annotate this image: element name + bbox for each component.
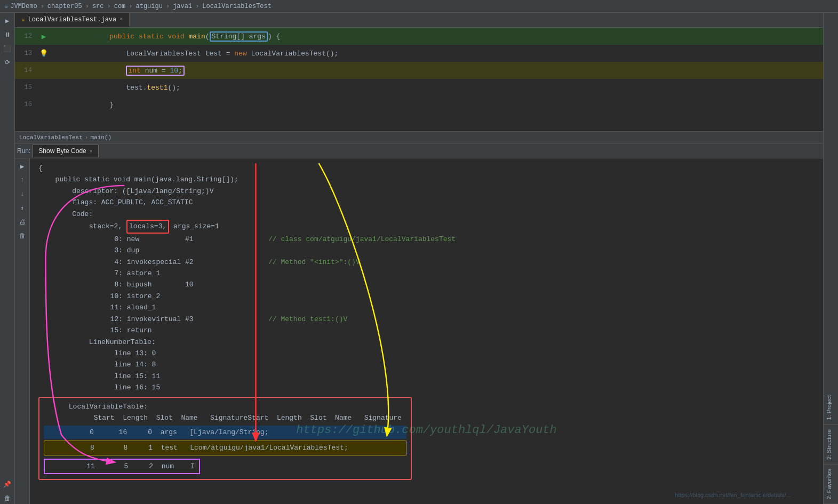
bc-stack-line: stack=2, locals=3, args_size=1 bbox=[38, 220, 815, 233]
bc-descriptor: descriptor: ([Ljava/lang/String;)V bbox=[38, 186, 815, 197]
sidebar-pin-btn[interactable]: 📌 bbox=[2, 478, 13, 490]
source-panel: 12 ▶ public static void main(String[] ar… bbox=[15, 28, 823, 132]
breadcrumb-class[interactable]: LocalVariablesTest bbox=[202, 3, 272, 10]
bc-main-sig: public static void main(java.lang.String… bbox=[38, 174, 815, 185]
run-tab-label: Show Byte Code bbox=[38, 147, 86, 155]
bc-op-4: 4: invokespecial #2 // Method "<init>":(… bbox=[38, 257, 815, 268]
tab-close-btn[interactable]: × bbox=[119, 17, 123, 22]
breadcrumb-bar: ☕ JVMDemo › chapter05 › src › com › atgu… bbox=[0, 0, 838, 13]
bc-run-btn[interactable]: ▶ bbox=[17, 161, 28, 172]
bc-lnt-16: line 16: 15 bbox=[38, 382, 815, 393]
bc-op-0: 0: new #1 // class com/atguigu/java1/Loc… bbox=[38, 234, 815, 245]
right-sidebar: 1: Project 2: Structure 2: Favorites bbox=[823, 13, 838, 504]
bc-op-3: 3: dup bbox=[38, 245, 815, 256]
bc-op-15: 15: return bbox=[38, 325, 815, 336]
bc-op-12: 12: invokevirtual #3 // Method test1:()V bbox=[38, 314, 815, 325]
sidebar-run-btn[interactable]: ▶ bbox=[2, 15, 13, 27]
breadcrumb-chapter05[interactable]: chapter05 bbox=[47, 3, 82, 10]
editor-tab-bar: ☕ LocalVariablesTest.java × bbox=[15, 13, 823, 28]
warn-icon: 💡 bbox=[39, 49, 48, 58]
lv-row-test: 8 8 1 test Lcom/atguigu/java1/LocalVaria… bbox=[44, 441, 406, 455]
bytecode-left-tools: ▶ ↑ ↓ ⬆ 🖨 🗑 bbox=[15, 158, 30, 504]
lv-row-args: 0 16 0 args [Ljava/lang/String; bbox=[44, 426, 406, 439]
bc-rerun-btn[interactable]: ⬆ bbox=[17, 202, 28, 214]
bc-lvt-headers: Start Length Slot Name SignatureStart Le… bbox=[44, 412, 406, 423]
editor-breadcrumb: LocalVariablesTest › main() bbox=[15, 132, 823, 143]
right-tab-favorites[interactable]: 2: Favorites bbox=[824, 465, 838, 504]
tab-label: LocalVariablesTest.java bbox=[28, 16, 117, 23]
watermark2: https://blog.csdn.net/fen_fen/article/de… bbox=[675, 490, 791, 500]
bc-op-8: 8: bipush 10 bbox=[38, 279, 815, 290]
bc-lnt-14: line 14: 8 bbox=[38, 359, 815, 370]
breadcrumb-jvmdemo[interactable]: JVMDemo bbox=[10, 3, 37, 10]
bc-opening-brace: { bbox=[38, 163, 815, 174]
bytecode-content: { public static void main(java.lang.Stri… bbox=[30, 158, 823, 504]
bc-lvt-label: LocalVariableTable: bbox=[44, 401, 406, 412]
content-area: ☕ LocalVariablesTest.java × 12 ▶ public … bbox=[15, 13, 823, 504]
bytecode-tab[interactable]: Show Byte Code × bbox=[33, 145, 98, 157]
run-bar: Run: Show Byte Code × bbox=[15, 143, 823, 158]
sidebar-stop-btn[interactable]: ⬛ bbox=[2, 43, 13, 54]
bc-flags: flags: ACC_PUBLIC, ACC_STATIC bbox=[38, 197, 815, 208]
left-sidebar: ▶ ⏸ ⬛ ⟳ 📌 🗑 bbox=[0, 13, 15, 504]
run-arrow-icon: ▶ bbox=[42, 32, 46, 41]
bc-delete-btn[interactable]: 🗑 bbox=[17, 230, 28, 242]
sidebar-delete-btn[interactable]: 🗑 bbox=[2, 492, 13, 504]
bc-op-10: 10: istore_2 bbox=[38, 291, 815, 302]
bc-lnt-13: line 13: 0 bbox=[38, 348, 815, 359]
editor-bc-method[interactable]: main() bbox=[90, 134, 111, 141]
lv-table-container: LocalVariableTable: Start Length Slot Na… bbox=[38, 397, 412, 480]
bc-down-btn[interactable]: ↓ bbox=[17, 188, 28, 200]
breadcrumb-project-icon: ☕ bbox=[4, 2, 8, 10]
bc-op-11: 11: aload_1 bbox=[38, 302, 815, 313]
breadcrumb-src[interactable]: src bbox=[92, 3, 104, 10]
right-tab-structure[interactable]: 2: Structure bbox=[824, 425, 838, 465]
bc-lnt-label: LineNumberTable: bbox=[38, 337, 815, 348]
bc-code-label: Code: bbox=[38, 209, 815, 220]
editor-bc-class[interactable]: LocalVariablesTest bbox=[19, 134, 83, 141]
bytecode-tab-close[interactable]: × bbox=[90, 148, 93, 154]
bc-op-7: 7: astore_1 bbox=[38, 268, 815, 279]
breadcrumb-atguigu[interactable]: atguigu bbox=[136, 3, 163, 10]
bc-lnt-15: line 15: 11 bbox=[38, 371, 815, 382]
run-label: Run: bbox=[17, 147, 30, 155]
java-file-icon: ☕ bbox=[21, 16, 25, 23]
source-line-16: 16 } bbox=[15, 96, 823, 113]
sidebar-pause-btn[interactable]: ⏸ bbox=[2, 29, 13, 41]
sidebar-rerun-btn[interactable]: ⟳ bbox=[2, 57, 13, 68]
bc-up-btn[interactable]: ↑ bbox=[17, 174, 28, 186]
breadcrumb-java1[interactable]: java1 bbox=[173, 3, 192, 10]
right-tab-project[interactable]: 1: Project bbox=[824, 391, 838, 425]
bc-print-btn[interactable]: 🖨 bbox=[17, 216, 28, 228]
bytecode-panel: ▶ ↑ ↓ ⬆ 🖨 🗑 { public static void main(ja… bbox=[15, 158, 823, 504]
breadcrumb-com[interactable]: com bbox=[114, 3, 126, 10]
editor-tab-localvariablestest[interactable]: ☕ LocalVariablesTest.java × bbox=[15, 13, 130, 27]
lv-row-num: 11 5 2 num I bbox=[44, 459, 200, 474]
